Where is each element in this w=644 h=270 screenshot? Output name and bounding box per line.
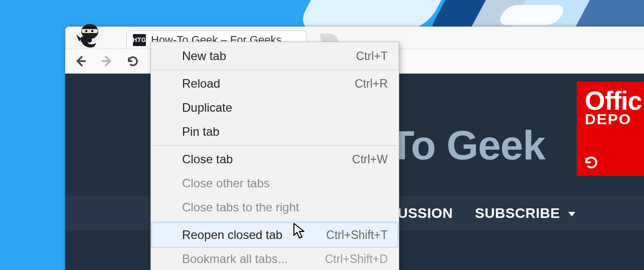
chevron-down-icon (568, 212, 575, 216)
context-menu-item-close-other-tabs: Close other tabs (152, 171, 398, 195)
context-menu-item-shortcut: Ctrl+R (355, 77, 388, 91)
context-menu-item-close-tab[interactable]: Close tabCtrl+W (152, 147, 398, 171)
reload-button[interactable] (124, 53, 141, 70)
context-menu-item-shortcut: Ctrl+Shift+D (325, 252, 388, 266)
context-menu-item-reopen-closed-tab[interactable]: Reopen closed tabCtrl+Shift+T (152, 223, 398, 247)
back-button[interactable] (72, 53, 89, 70)
context-menu-separator (153, 70, 397, 70)
context-menu-separator (153, 221, 397, 221)
context-menu-item-label: New tab (182, 49, 226, 63)
context-menu-item-label: Reload (182, 77, 220, 91)
context-menu-item-duplicate[interactable]: Duplicate (152, 96, 398, 120)
tab-context-menu: New tabCtrl+TReloadCtrl+RDuplicatePin ta… (150, 42, 399, 270)
context-menu-item-reload[interactable]: ReloadCtrl+R (152, 72, 398, 96)
context-menu-item-label: Close other tabs (182, 176, 270, 190)
ad-refresh-icon[interactable] (584, 155, 599, 170)
context-menu-item-pin-tab[interactable]: Pin tab (152, 120, 398, 144)
context-menu-item-label: Close tabs to the right (182, 200, 299, 214)
context-menu-separator (153, 145, 397, 146)
svg-rect-4 (81, 37, 92, 43)
context-menu-item-label: Pin tab (182, 125, 220, 139)
context-menu-item-shortcut: Ctrl+T (356, 50, 388, 63)
nav-item-subscribe[interactable]: SUBSCRIBE (464, 205, 586, 221)
forward-button[interactable] (98, 53, 115, 70)
tab-favicon: HTG (133, 34, 146, 46)
nav-subscribe-label: SUBSCRIBE (475, 205, 560, 221)
context-menu-item-label: Duplicate (182, 101, 232, 115)
context-menu-item-label: Reopen closed tab (182, 228, 282, 242)
context-menu-item-new-tab[interactable]: New tabCtrl+T (152, 44, 398, 68)
context-menu-item-shortcut: Ctrl+W (352, 153, 388, 166)
context-menu-item-label: Bookmark all tabs... (182, 252, 288, 266)
context-menu-item-label: Close tab (182, 152, 233, 166)
profile-ninja-icon[interactable] (74, 24, 102, 49)
svg-point-3 (91, 30, 93, 32)
site-title-text: -To Geek (376, 122, 545, 169)
svg-rect-1 (82, 29, 98, 33)
svg-point-2 (85, 30, 87, 32)
ad-banner[interactable]: Offic DEPO (577, 82, 644, 176)
context-menu-item-close-tabs-to-the-right: Close tabs to the right (152, 195, 398, 219)
context-menu-item-shortcut: Ctrl+Shift+T (326, 228, 388, 242)
context-menu-item-bookmark-all-tabs: Bookmark all tabs...Ctrl+Shift+D (152, 247, 398, 270)
ad-line1: Offic (585, 88, 644, 114)
